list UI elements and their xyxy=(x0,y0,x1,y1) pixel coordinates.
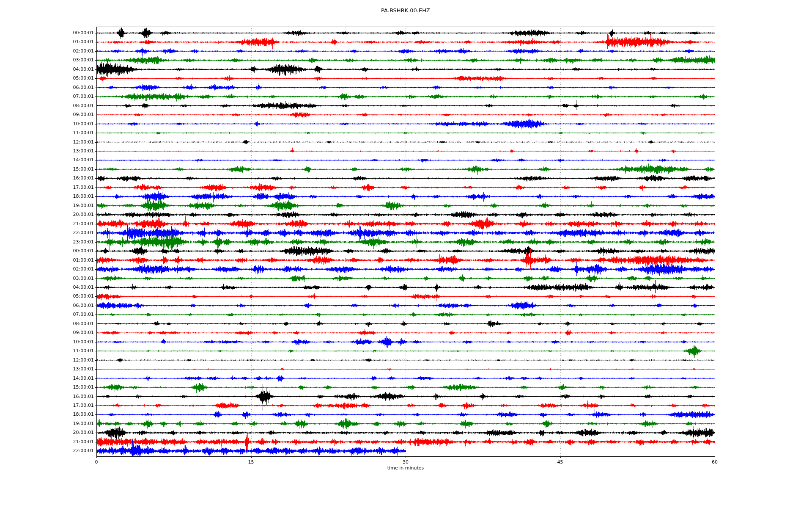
trace-time-label: 21:00:01 xyxy=(42,221,94,226)
trace-time-label: 08:00:01 xyxy=(42,103,94,108)
trace-time-label: 14:00:01 xyxy=(42,157,94,163)
trace-time-label: 16:00:01 xyxy=(42,176,94,181)
trace-time-label: 20:00:01 xyxy=(42,212,94,217)
trace-time-label: 00:00:01 xyxy=(42,248,94,254)
seismogram-canvas xyxy=(0,0,812,508)
x-tick-label: 45 xyxy=(548,459,573,465)
trace-time-label: 20:00:01 xyxy=(42,430,94,435)
trace-time-label: 09:00:01 xyxy=(42,330,94,335)
trace-time-label: 07:00:01 xyxy=(42,312,94,317)
trace-time-label: 11:00:01 xyxy=(42,130,94,135)
trace-time-label: 02:00:01 xyxy=(42,49,94,54)
trace-time-label: 04:00:01 xyxy=(42,67,94,72)
trace-time-label: 04:00:01 xyxy=(42,285,94,290)
trace-time-label: 05:00:01 xyxy=(42,294,94,299)
trace-time-label: 06:00:01 xyxy=(42,303,94,308)
trace-time-label: 13:00:01 xyxy=(42,367,94,372)
trace-time-label: 18:00:01 xyxy=(42,412,94,417)
trace-time-label: 03:00:01 xyxy=(42,58,94,63)
trace-time-label: 12:00:01 xyxy=(42,358,94,363)
trace-time-label: 01:00:01 xyxy=(42,39,94,44)
trace-time-label: 01:00:01 xyxy=(42,258,94,263)
trace-time-label: 22:00:01 xyxy=(42,448,94,453)
trace-time-label: 03:00:01 xyxy=(42,276,94,281)
x-tick-label: 30 xyxy=(393,459,418,465)
trace-time-label: 12:00:01 xyxy=(42,140,94,145)
chart-title: PA.BSHRK.00.EHZ xyxy=(96,7,715,14)
trace-time-label: 05:00:01 xyxy=(42,76,94,81)
trace-time-label: 17:00:01 xyxy=(42,185,94,190)
x-tick-label: 15 xyxy=(239,459,264,465)
trace-time-label: 00:00:01 xyxy=(42,30,94,36)
trace-time-label: 06:00:01 xyxy=(42,85,94,90)
trace-time-label: 17:00:01 xyxy=(42,403,94,408)
x-axis-title: time in minutes xyxy=(96,465,715,471)
trace-time-label: 22:00:01 xyxy=(42,230,94,235)
trace-time-label: 19:00:01 xyxy=(42,203,94,208)
trace-time-label: 19:00:01 xyxy=(42,421,94,426)
trace-time-label: 08:00:01 xyxy=(42,321,94,326)
trace-time-label: 02:00:01 xyxy=(42,267,94,272)
trace-time-label: 21:00:01 xyxy=(42,439,94,444)
trace-time-label: 23:00:01 xyxy=(42,240,94,245)
trace-time-label: 07:00:01 xyxy=(42,94,94,99)
trace-time-label: 09:00:01 xyxy=(42,112,94,117)
trace-time-label: 10:00:01 xyxy=(42,121,94,127)
x-tick-label: 60 xyxy=(702,459,727,465)
trace-time-label: 13:00:01 xyxy=(42,149,94,154)
trace-time-label: 15:00:01 xyxy=(42,385,94,390)
trace-time-label: 15:00:01 xyxy=(42,167,94,172)
trace-time-label: 11:00:01 xyxy=(42,348,94,353)
trace-time-label: 10:00:01 xyxy=(42,340,94,345)
trace-time-label: 18:00:01 xyxy=(42,194,94,199)
trace-time-label: 16:00:01 xyxy=(42,394,94,399)
trace-time-label: 14:00:01 xyxy=(42,376,94,381)
x-tick-label: 0 xyxy=(84,459,109,465)
helicorder-figure: PA.BSHRK.00.EHZ 00:00:0101:00:0102:00:01… xyxy=(0,0,812,508)
